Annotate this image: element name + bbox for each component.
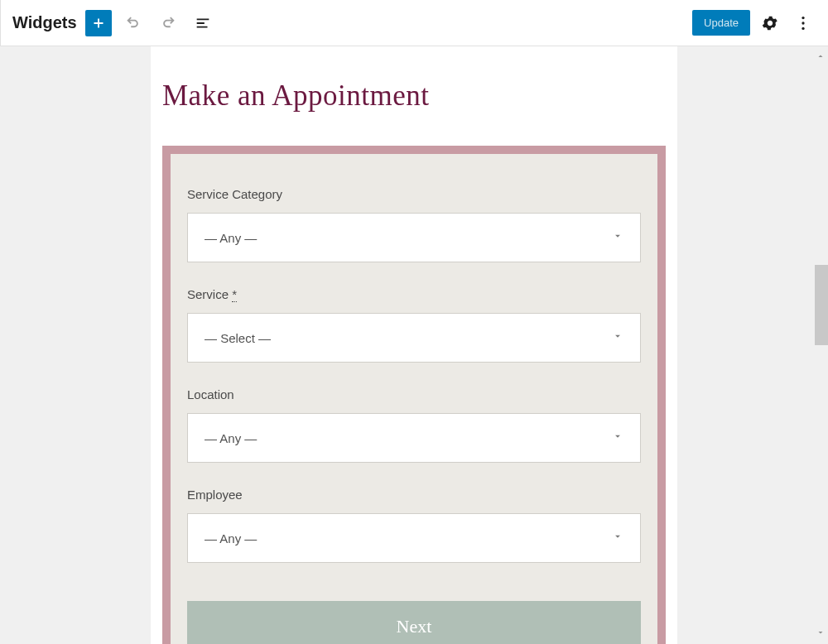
scroll-down-button[interactable] (816, 626, 826, 641)
location-value: — Any — (205, 431, 257, 445)
gear-icon (761, 14, 779, 32)
chevron-down-icon (612, 230, 623, 245)
top-toolbar: Widgets Update (0, 0, 828, 46)
location-select[interactable]: — Any — (187, 413, 641, 463)
chevron-down-icon (816, 627, 826, 637)
svg-point-0 (802, 16, 804, 18)
list-view-button[interactable] (190, 10, 216, 36)
plus-icon (89, 14, 108, 32)
toolbar-right: Update (692, 10, 816, 36)
location-group: Location — Any — (187, 387, 641, 463)
employee-value: — Any — (205, 531, 257, 545)
toolbar-left: Widgets (12, 10, 216, 36)
chevron-up-icon (816, 51, 826, 61)
location-label: Location (187, 387, 641, 401)
service-category-group: Service Category — Any — (187, 187, 641, 262)
appointment-heading: Make an Appointment (162, 79, 677, 113)
scroll-up-button[interactable] (816, 50, 826, 65)
next-button[interactable]: Next (187, 601, 641, 644)
employee-group: Employee — Any — (187, 488, 641, 563)
options-button[interactable] (790, 10, 816, 36)
service-category-label: Service Category (187, 187, 641, 201)
editor-canvas: Make an Appointment Service Category — A… (151, 46, 677, 644)
service-select[interactable]: — Select — (187, 313, 641, 363)
service-category-select[interactable]: — Any — (187, 213, 641, 262)
appointment-form: Service Category — Any — Service * — Sel… (171, 154, 657, 644)
chevron-down-icon (612, 430, 623, 445)
list-view-icon (194, 14, 212, 32)
svg-point-1 (802, 22, 804, 24)
scrollbar-thumb[interactable] (815, 265, 828, 345)
add-block-button[interactable] (85, 10, 112, 36)
service-group: Service * — Select — (187, 287, 641, 363)
service-value: — Select — (205, 331, 271, 345)
redo-icon (159, 14, 177, 32)
page-title: Widgets (12, 13, 77, 32)
editor-content-area: Make an Appointment Service Category — A… (0, 46, 828, 644)
chevron-down-icon (612, 330, 623, 345)
chevron-down-icon (612, 531, 623, 545)
redo-button[interactable] (155, 10, 181, 36)
svg-point-2 (802, 26, 804, 29)
update-button[interactable]: Update (692, 10, 750, 36)
undo-button[interactable] (120, 10, 147, 36)
employee-select[interactable]: — Any — (187, 513, 641, 563)
undo-icon (124, 14, 142, 32)
service-category-value: — Any — (205, 231, 257, 245)
required-indicator: * (232, 287, 237, 302)
service-label: Service * (187, 287, 641, 301)
more-vertical-icon (794, 14, 812, 32)
employee-label: Employee (187, 488, 641, 502)
settings-button[interactable] (757, 10, 783, 36)
appointment-form-container: Service Category — Any — Service * — Sel… (162, 146, 666, 644)
